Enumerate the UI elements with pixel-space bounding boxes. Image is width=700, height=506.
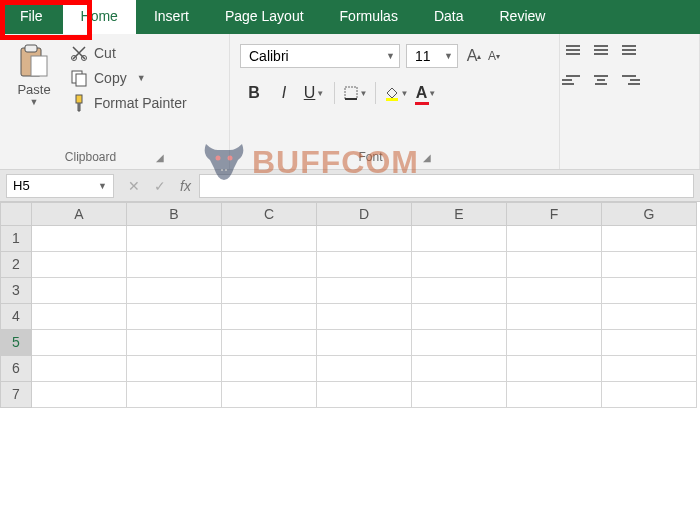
cell[interactable]: [127, 252, 222, 278]
align-right-button[interactable]: [618, 70, 640, 90]
column-header[interactable]: B: [127, 202, 222, 226]
font-size-select[interactable]: 11 ▼: [406, 44, 458, 68]
bold-button[interactable]: B: [240, 80, 268, 106]
align-middle-button[interactable]: [590, 40, 612, 60]
cell[interactable]: [602, 356, 697, 382]
name-box[interactable]: H5 ▼: [6, 174, 114, 198]
cell[interactable]: [317, 252, 412, 278]
tab-page-layout[interactable]: Page Layout: [207, 0, 322, 34]
row-header[interactable]: 6: [0, 356, 32, 382]
cell[interactable]: [412, 278, 507, 304]
column-header[interactable]: F: [507, 202, 602, 226]
cell[interactable]: [412, 356, 507, 382]
fill-color-button[interactable]: ▼: [382, 80, 410, 106]
tab-insert[interactable]: Insert: [136, 0, 207, 34]
italic-button[interactable]: I: [270, 80, 298, 106]
cancel-button[interactable]: ✕: [128, 178, 140, 194]
row-header[interactable]: 1: [0, 226, 32, 252]
cell[interactable]: [602, 330, 697, 356]
cell[interactable]: [32, 382, 127, 408]
align-center-button[interactable]: [590, 70, 612, 90]
cell[interactable]: [602, 382, 697, 408]
cell[interactable]: [222, 252, 317, 278]
cell[interactable]: [317, 382, 412, 408]
cell[interactable]: [602, 226, 697, 252]
border-button[interactable]: ▼: [341, 80, 369, 106]
align-top-button[interactable]: [562, 40, 584, 60]
cell[interactable]: [222, 226, 317, 252]
tab-home[interactable]: Home: [63, 0, 136, 34]
cell[interactable]: [412, 252, 507, 278]
cell[interactable]: [222, 382, 317, 408]
font-color-button[interactable]: A▼: [412, 80, 440, 106]
cell[interactable]: [222, 304, 317, 330]
row-header[interactable]: 2: [0, 252, 32, 278]
enter-button[interactable]: ✓: [154, 178, 166, 194]
copy-button[interactable]: Copy ▼: [66, 67, 191, 89]
cell[interactable]: [507, 226, 602, 252]
tab-data[interactable]: Data: [416, 0, 482, 34]
cell[interactable]: [602, 252, 697, 278]
align-left-button[interactable]: [562, 70, 584, 90]
row-header[interactable]: 5: [0, 330, 32, 356]
select-all-button[interactable]: [0, 202, 32, 226]
clipboard-launcher-icon[interactable]: ◢: [156, 152, 164, 163]
align-bottom-button[interactable]: [618, 40, 640, 60]
column-header[interactable]: E: [412, 202, 507, 226]
insert-function-button[interactable]: fx: [180, 178, 191, 194]
cut-button[interactable]: Cut: [66, 42, 191, 64]
cell[interactable]: [507, 278, 602, 304]
cell[interactable]: [412, 330, 507, 356]
cell[interactable]: [127, 304, 222, 330]
cell[interactable]: [317, 226, 412, 252]
row-header[interactable]: 7: [0, 382, 32, 408]
cell[interactable]: [127, 356, 222, 382]
column-header[interactable]: A: [32, 202, 127, 226]
format-painter-button[interactable]: Format Painter: [66, 92, 191, 114]
increase-font-button[interactable]: A▴: [464, 44, 484, 68]
cell[interactable]: [222, 278, 317, 304]
cell[interactable]: [317, 304, 412, 330]
cell[interactable]: [32, 304, 127, 330]
formula-input[interactable]: [199, 174, 694, 198]
paste-button[interactable]: Paste ▼: [6, 38, 62, 114]
cell[interactable]: [412, 226, 507, 252]
copy-dropdown-icon[interactable]: ▼: [137, 73, 146, 83]
paste-dropdown-icon[interactable]: ▼: [30, 97, 39, 107]
column-header[interactable]: G: [602, 202, 697, 226]
tab-formulas[interactable]: Formulas: [322, 0, 416, 34]
cell[interactable]: [602, 278, 697, 304]
cell[interactable]: [317, 356, 412, 382]
cell[interactable]: [507, 304, 602, 330]
column-header[interactable]: D: [317, 202, 412, 226]
cell[interactable]: [507, 356, 602, 382]
cell[interactable]: [507, 330, 602, 356]
cell[interactable]: [317, 330, 412, 356]
cell[interactable]: [32, 252, 127, 278]
cell[interactable]: [507, 382, 602, 408]
underline-button[interactable]: U▼: [300, 80, 328, 106]
cell[interactable]: [602, 304, 697, 330]
row-header[interactable]: 3: [0, 278, 32, 304]
cell[interactable]: [412, 382, 507, 408]
cell[interactable]: [127, 330, 222, 356]
cell[interactable]: [222, 356, 317, 382]
cell[interactable]: [127, 382, 222, 408]
font-launcher-icon[interactable]: ◢: [423, 152, 431, 163]
cell[interactable]: [222, 330, 317, 356]
cell[interactable]: [127, 226, 222, 252]
cell[interactable]: [32, 226, 127, 252]
tab-review[interactable]: Review: [482, 0, 564, 34]
cell[interactable]: [412, 304, 507, 330]
tab-file[interactable]: File: [0, 0, 63, 34]
cell[interactable]: [32, 278, 127, 304]
decrease-font-button[interactable]: A▾: [484, 44, 504, 68]
font-family-select[interactable]: Calibri ▼: [240, 44, 400, 68]
row-header[interactable]: 4: [0, 304, 32, 330]
cell[interactable]: [127, 278, 222, 304]
cell[interactable]: [317, 278, 412, 304]
cell[interactable]: [32, 356, 127, 382]
column-header[interactable]: C: [222, 202, 317, 226]
cell[interactable]: [32, 330, 127, 356]
cell[interactable]: [507, 252, 602, 278]
